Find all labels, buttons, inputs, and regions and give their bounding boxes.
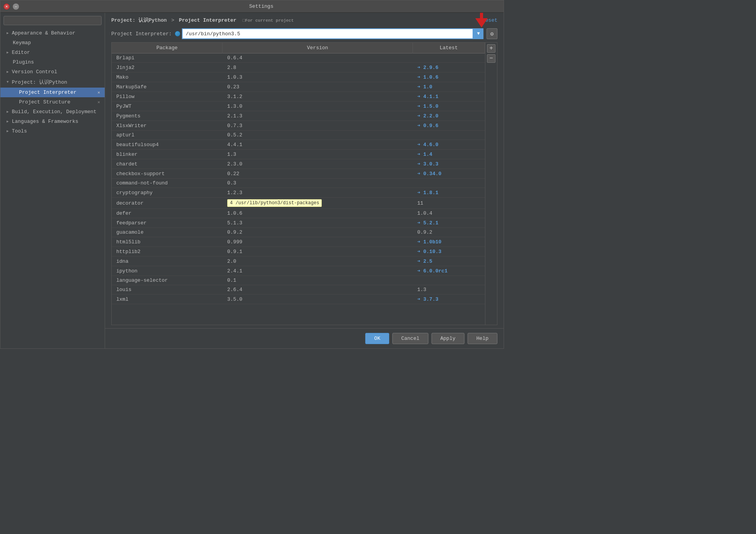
package-latest: ➜ 6.0.0rc1 [413, 266, 485, 276]
table-row[interactable]: defer1.0.61.0.4 [112, 209, 485, 218]
package-latest: ➜ 1.8.1 [413, 188, 485, 198]
table-row[interactable]: louis2.6.41.3 [112, 285, 485, 295]
table-side-buttons: + − [485, 43, 497, 325]
search-input[interactable] [3, 16, 102, 25]
package-latest: ➜ 1.0 [413, 82, 485, 92]
table-row[interactable]: decorator4 /usr/lib/python3/dist-package… [112, 198, 485, 209]
apply-button[interactable]: Apply [432, 333, 464, 344]
sidebar-item-project-structure[interactable]: Project Structure ✕ [0, 97, 105, 107]
package-name: XlsxWriter [112, 121, 223, 131]
table-row[interactable]: chardet2.3.0➜ 3.0.3 [112, 159, 485, 169]
package-version: 0.1 [223, 276, 413, 285]
reset-link[interactable]: Reset [482, 17, 497, 23]
breadcrumb: Project: 认识Python > Project Interpreter … [111, 17, 294, 24]
table-row[interactable]: apturl0.5.2 [112, 131, 485, 140]
sidebar-item-project-interpreter[interactable]: Project Interpreter ✕ [0, 88, 105, 97]
sidebar-item-project[interactable]: Project: 认识Python [0, 77, 105, 88]
table-row[interactable]: lxml3.5.0➜ 3.7.3 [112, 295, 485, 304]
table-row[interactable]: guacamole0.9.20.9.2 [112, 228, 485, 237]
interpreter-input[interactable] [182, 28, 473, 39]
packages-tbody: Brlapi0.6.4Jinja22.8➜ 2.9.6Mako1.0.3➜ 1.… [112, 53, 485, 304]
package-latest [413, 53, 485, 63]
table-row[interactable]: Brlapi0.6.4 [112, 53, 485, 63]
help-button[interactable]: Help [468, 333, 497, 344]
package-version: 1.3.0 [223, 102, 413, 111]
window-title: Settings [22, 3, 501, 9]
remove-package-button[interactable]: − [487, 54, 495, 63]
table-row[interactable]: beautifulsoup44.4.1➜ 4.6.0 [112, 140, 485, 150]
package-version: 1.0.3 [223, 72, 413, 82]
table-row[interactable]: Mako1.0.3➜ 1.0.6 [112, 72, 485, 82]
latest-arrow: ➜ 1.5.0 [417, 103, 438, 109]
package-version: 0.22 [223, 169, 413, 179]
sidebar-item-label: Version Control [12, 69, 57, 75]
sidebar-item-label: Keymap [13, 40, 31, 46]
sidebar-item-label: Plugins [13, 59, 34, 65]
interpreter-label: Project Interpreter: [111, 31, 172, 37]
interpreter-gear-button[interactable]: ⚙ [487, 28, 497, 39]
table-row[interactable]: Jinja22.8➜ 2.9.6 [112, 63, 485, 72]
package-version: 3.1.2 [223, 92, 413, 102]
table-row[interactable]: XlsxWriter0.7.3➜ 0.9.6 [112, 121, 485, 131]
table-row[interactable]: cryptography1.2.3➜ 1.8.1 [112, 188, 485, 198]
sidebar-item-label: Tools [12, 128, 27, 134]
interpreter-dropdown-button[interactable]: ▼ [473, 28, 483, 39]
package-name: feedparser [112, 218, 223, 228]
latest-arrow: ➜ 0.10.3 [417, 249, 441, 255]
package-version: 0.9.2 [223, 228, 413, 237]
sidebar-item-version-control[interactable]: Version Control [0, 67, 105, 77]
package-latest: ➜ 4.1.1 [413, 92, 485, 102]
table-row[interactable]: html5lib0.999➜ 1.0b10 [112, 237, 485, 247]
sidebar-item-appearance[interactable]: Appearance & Behavior [0, 28, 105, 38]
sidebar-item-keymap[interactable]: Keymap [0, 38, 105, 48]
package-version: 2.0 [223, 257, 413, 266]
cancel-button[interactable]: Cancel [392, 333, 428, 344]
add-package-button[interactable]: + [487, 44, 495, 53]
table-container: Package Version Latest Brlapi0.6.4Jinja2… [112, 43, 485, 325]
sidebar-item-build[interactable]: Build, Execution, Deployment [0, 107, 105, 117]
table-row[interactable]: checkbox-support0.22➜ 0.34.0 [112, 169, 485, 179]
settings-window: ✕ – Settings Appearance & Behavior Keyma… [0, 0, 504, 349]
table-row[interactable]: Pygments2.1.3➜ 2.2.0 [112, 111, 485, 121]
sidebar-item-plugins[interactable]: Plugins [0, 57, 105, 67]
package-name: language-selector [112, 276, 223, 285]
package-latest: 11 [413, 198, 485, 209]
table-row[interactable]: ipython2.4.1➜ 6.0.0rc1 [112, 266, 485, 276]
table-row[interactable]: httplib20.9.1➜ 0.10.3 [112, 247, 485, 257]
table-row[interactable]: blinker1.3➜ 1.4 [112, 150, 485, 159]
package-latest: ➜ 2.5 [413, 257, 485, 266]
breadcrumb-for-project: □For current project [243, 18, 294, 23]
table-row[interactable]: MarkupSafe0.23➜ 1.0 [112, 82, 485, 92]
latest-arrow: ➜ 0.34.0 [417, 171, 441, 177]
table-row[interactable]: Pillow3.1.2➜ 4.1.1 [112, 92, 485, 102]
package-version: 1.0.6 [223, 209, 413, 218]
latest-arrow: ➜ 1.0 [417, 84, 432, 90]
sidebar-item-editor[interactable]: Editor [0, 48, 105, 57]
table-row[interactable]: language-selector0.1 [112, 276, 485, 285]
sidebar-item-label: Editor [12, 50, 30, 55]
table-row[interactable]: feedparser5.1.3➜ 5.2.1 [112, 218, 485, 228]
table-row[interactable]: command-not-found0.3 [112, 179, 485, 188]
package-name: beautifulsoup4 [112, 140, 223, 150]
latest-arrow: ➜ 4.6.0 [417, 142, 438, 148]
sidebar-item-tools[interactable]: Tools [0, 126, 105, 136]
package-latest [413, 276, 485, 285]
sidebar-item-label: Project Structure [19, 99, 71, 105]
package-version: 1.3 [223, 150, 413, 159]
sidebar-item-languages[interactable]: Languages & Frameworks [0, 117, 105, 126]
title-bar: ✕ – Settings [0, 0, 504, 13]
table-row[interactable]: PyJWT1.3.0➜ 1.5.0 [112, 102, 485, 111]
package-name: ipython [112, 266, 223, 276]
package-latest: ➜ 0.9.6 [413, 121, 485, 131]
close-button[interactable]: ✕ [3, 3, 10, 10]
ok-button[interactable]: OK [365, 333, 389, 344]
table-row[interactable]: idna2.0➜ 2.5 [112, 257, 485, 266]
version-tooltip: 4 /usr/lib/python3/dist-packages [227, 199, 322, 207]
package-name: apturl [112, 131, 223, 140]
packages-table: Package Version Latest Brlapi0.6.4Jinja2… [112, 43, 485, 304]
col-version: Version [223, 43, 413, 53]
packages-table-wrapper: Package Version Latest Brlapi0.6.4Jinja2… [111, 42, 497, 325]
minimize-button[interactable]: – [13, 3, 19, 10]
latest-arrow: ➜ 5.2.1 [417, 220, 438, 226]
sidebar-item-label: Project: 认识Python [12, 79, 67, 86]
